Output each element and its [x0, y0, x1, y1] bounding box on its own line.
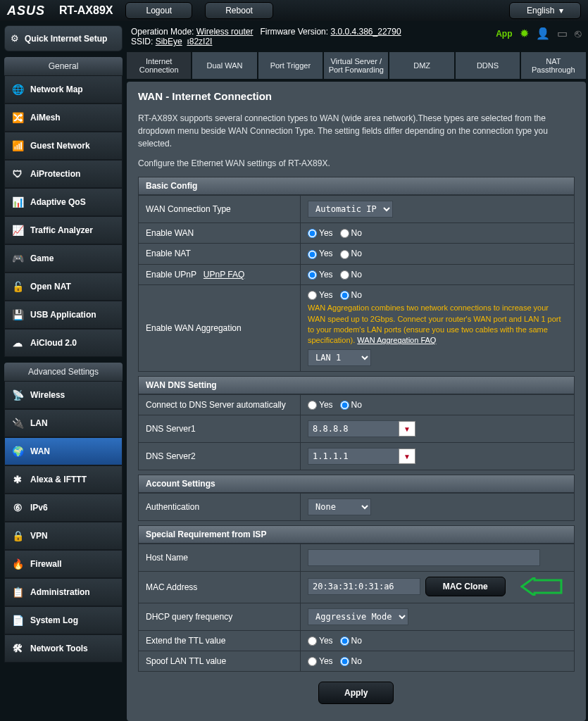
sidebar-item-system-log[interactable]: 📄System Log — [4, 606, 123, 634]
arrow-annotation — [520, 577, 563, 598]
nav-icon: ☁ — [11, 336, 25, 350]
usb-icon[interactable]: ⎋ — [575, 27, 582, 40]
dns-auto-no[interactable]: No — [340, 400, 362, 410]
mac-label: MAC Address — [139, 572, 301, 603]
account-header: Account Settings — [138, 475, 575, 493]
basic-config-header: Basic Config — [138, 177, 575, 195]
spoof-ttl-yes[interactable]: Yes — [308, 656, 333, 666]
wan-conn-type-label: WAN Connection Type — [139, 196, 301, 223]
sidebar-item-network-tools[interactable]: 🛠Network Tools — [4, 634, 123, 663]
enable-upnp-no[interactable]: No — [340, 270, 362, 280]
dns1-label: DNS Server1 — [139, 415, 301, 443]
dns-auto-label: Connect to DNS Server automatically — [139, 394, 301, 415]
dropdown-icon: ▼ — [404, 425, 411, 433]
dns2-dropdown[interactable]: ▼ — [399, 449, 415, 464]
nav-icon: 🎮 — [11, 251, 25, 265]
mac-input[interactable] — [308, 578, 420, 595]
sidebar-item-aimesh[interactable]: 🔀AiMesh — [4, 104, 123, 132]
tab-internet-connection[interactable]: Internet Connection — [127, 52, 191, 79]
enable-nat-yes[interactable]: Yes — [308, 249, 333, 258]
quick-internet-setup[interactable]: ⚙ Quick Internet Setup — [4, 25, 123, 51]
wan-conn-type-select[interactable]: Automatic IP — [308, 201, 393, 218]
firmware-link[interactable]: 3.0.0.4.386_22790 — [330, 27, 401, 37]
user-icon[interactable]: 👤 — [536, 27, 550, 40]
dns1-dropdown[interactable]: ▼ — [399, 421, 415, 437]
mac-clone-button[interactable]: MAC Clone — [425, 577, 506, 596]
language-selector[interactable]: English ▾ — [509, 2, 581, 19]
sidebar-item-firewall[interactable]: 🔥Firewall — [4, 550, 123, 578]
general-header: General — [4, 57, 123, 75]
dns-auto-yes[interactable]: Yes — [308, 400, 333, 410]
sidebar-item-ipv6[interactable]: ⑥IPv6 — [4, 494, 123, 522]
enable-agg-label: Enable WAN Aggregation — [139, 284, 301, 371]
hostname-label: Host Name — [139, 544, 301, 572]
enable-wan-label: Enable WAN — [139, 223, 301, 244]
dns2-input[interactable] — [308, 448, 399, 465]
gear-icon[interactable]: ✹ — [520, 27, 529, 40]
enable-nat-no[interactable]: No — [340, 249, 362, 258]
sidebar-item-network-map[interactable]: 🌐Network Map — [4, 75, 123, 104]
sidebar-item-wireless[interactable]: 📡Wireless — [4, 381, 123, 409]
apply-button[interactable]: Apply — [318, 682, 394, 704]
upnp-faq-link[interactable]: UPnP FAQ — [204, 270, 244, 280]
auth-label: Authentication — [139, 494, 301, 521]
sidebar-item-adaptive-qos[interactable]: 📊Adaptive QoS — [4, 188, 123, 216]
sidebar-item-aiprotection[interactable]: 🛡AiProtection — [4, 160, 123, 188]
enable-agg-yes[interactable]: Yes — [308, 290, 333, 300]
agg-port-select[interactable]: LAN 1 — [308, 349, 371, 366]
nav-icon: ✱ — [11, 472, 25, 487]
tab-nat-passthrough[interactable]: NAT Passthrough — [521, 52, 585, 79]
sidebar-item-vpn[interactable]: 🔒VPN — [4, 522, 123, 550]
tab-port-trigger[interactable]: Port Trigger — [258, 52, 323, 79]
ssid-link[interactable]: SibEye — [156, 37, 182, 46]
extend-ttl-yes[interactable]: Yes — [308, 636, 333, 646]
enable-upnp-yes[interactable]: Yes — [308, 270, 333, 280]
advanced-header: Advanced Settings — [4, 363, 123, 381]
op-mode-link[interactable]: Wireless router — [196, 27, 254, 37]
wan-tabs: Internet ConnectionDual WANPort TriggerV… — [127, 52, 586, 79]
nav-icon: 🔒 — [11, 529, 25, 543]
reboot-button[interactable]: Reboot — [205, 2, 273, 19]
sidebar-item-open-nat[interactable]: 🔓Open NAT — [4, 272, 123, 301]
auth-select[interactable]: None — [308, 499, 371, 515]
tab-dmz[interactable]: DMZ — [389, 52, 453, 79]
tab-ddns[interactable]: DDNS — [456, 52, 520, 79]
sidebar-item-game[interactable]: 🎮Game — [4, 244, 123, 272]
device-icon[interactable]: ▭ — [557, 27, 568, 40]
sidebar-item-lan[interactable]: 🔌LAN — [4, 409, 123, 437]
spoof-ttl-no[interactable]: No — [340, 656, 362, 666]
sidebar-item-usb-application[interactable]: 💾USB Application — [4, 301, 123, 329]
nav-icon: 📄 — [11, 613, 25, 627]
sidebar-item-wan[interactable]: 🌍WAN — [4, 437, 123, 465]
tab-dual-wan[interactable]: Dual WAN — [192, 52, 256, 79]
enable-agg-no[interactable]: No — [340, 290, 362, 300]
logout-button[interactable]: Logout — [125, 2, 192, 19]
ssid2-link[interactable]: ı82zI2I — [187, 37, 212, 46]
nav-icon: 🔀 — [11, 111, 25, 125]
enable-wan-yes[interactable]: Yes — [308, 228, 333, 238]
nav-label: Adaptive QoS — [30, 197, 86, 207]
dhcp-freq-select[interactable]: Aggressive Mode — [308, 608, 408, 625]
nav-icon: 🛡 — [11, 167, 25, 181]
tab-virtual-server-port-forwarding[interactable]: Virtual Server / Port Forwarding — [324, 52, 388, 79]
hostname-input[interactable] — [308, 549, 540, 566]
nav-label: Alexa & IFTTT — [30, 475, 87, 484]
nav-label: Firewall — [30, 559, 62, 569]
nav-icon: 🌐 — [11, 82, 25, 96]
enable-wan-no[interactable]: No — [340, 228, 362, 238]
dns1-input[interactable] — [308, 420, 399, 437]
nav-icon: ⑥ — [11, 501, 25, 515]
nav-label: Network Map — [30, 84, 83, 94]
nav-label: VPN — [30, 531, 48, 541]
extend-ttl-label: Extend the TTL value — [139, 630, 301, 651]
extend-ttl-no[interactable]: No — [340, 636, 362, 646]
sidebar-item-administration[interactable]: 📋Administration — [4, 578, 123, 606]
sidebar-item-aicloud-2-0[interactable]: ☁AiCloud 2.0 — [4, 329, 123, 357]
sidebar-item-guest-network[interactable]: 📶Guest Network — [4, 132, 123, 160]
sidebar-item-traffic-analyzer[interactable]: 📈Traffic Analyzer — [4, 216, 123, 244]
sidebar-item-alexa-ifttt[interactable]: ✱Alexa & IFTTT — [4, 465, 123, 494]
nav-label: Game — [30, 253, 54, 263]
agg-faq-link[interactable]: WAN Aggregation FAQ — [357, 336, 436, 344]
app-link[interactable]: App — [496, 29, 512, 39]
nav-icon: 📶 — [11, 139, 25, 153]
